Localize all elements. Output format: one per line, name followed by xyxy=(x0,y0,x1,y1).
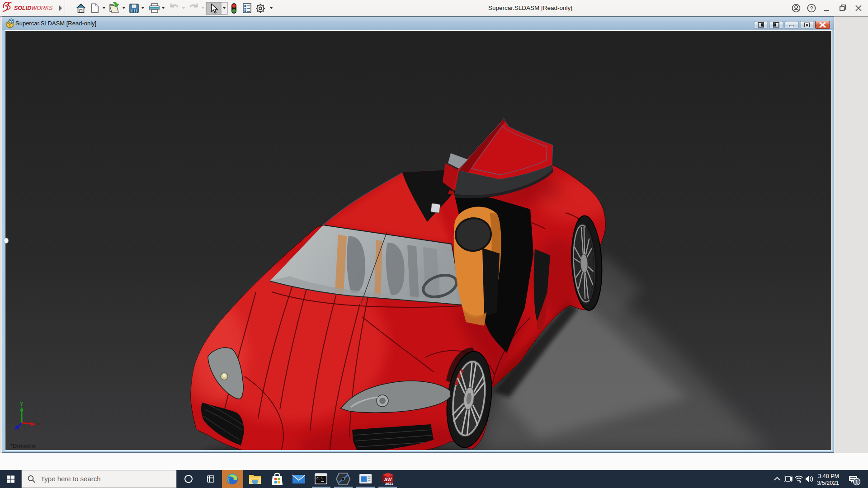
svg-text:Type here to search: Type here to search xyxy=(41,475,101,483)
svg-text:SOLIDWORKS: SOLIDWORKS xyxy=(14,5,53,11)
svg-text:2021: 2021 xyxy=(385,482,393,486)
svg-text:Y: Y xyxy=(20,401,23,407)
svg-text:C:\: C:\ xyxy=(316,476,323,480)
svg-text:3:48 PM: 3:48 PM xyxy=(818,473,839,479)
svg-text:*Dimetric: *Dimetric xyxy=(10,442,36,449)
svg-text:1: 1 xyxy=(855,479,858,484)
svg-text:3/5/2021: 3/5/2021 xyxy=(817,480,839,486)
